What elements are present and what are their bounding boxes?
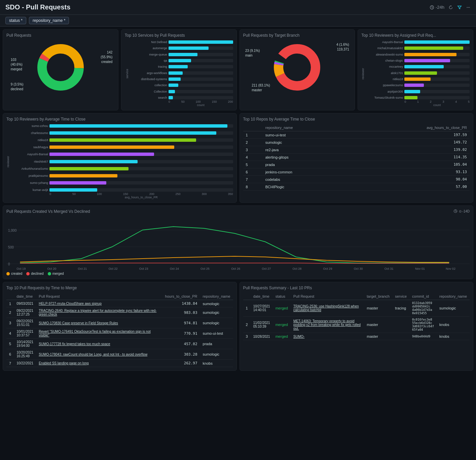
rev-bar-7: ppawelecsumo [366, 84, 470, 87]
time-filter[interactable]: -24h [430, 5, 444, 10]
pr-summary-panel: Pull Requests Summary - Last 10 PRs date… [240, 282, 474, 371]
col-avg: avg_hours_to_close_PR [349, 124, 470, 131]
rt-bar-0: sumo-zzhou [11, 124, 233, 128]
pr-repo: prada [200, 339, 233, 349]
svg-point-7 [47, 54, 74, 81]
table-row: 1 sumo-ui-test 197.59 [243, 131, 470, 139]
rev-bar-5: alok1701 [366, 71, 470, 75]
filter-status[interactable]: status * [5, 17, 26, 24]
table-row: 4 alerting-gitops 114.35 [243, 154, 470, 161]
sum-col-service: service [392, 293, 409, 300]
top10-services-chart: service Not Defined automerge merge-queu… [125, 40, 233, 107]
rev-bar-6: nitika18 [366, 77, 470, 81]
bar-row-0: Not Defined [130, 40, 233, 44]
donut-label-merged: 103(40.6%)merged [11, 58, 23, 72]
svg-text:Oct 22: Oct 22 [109, 267, 118, 270]
sum-pr[interactable]: SUMO- [291, 333, 364, 340]
table-row: 8 BCHIPlogic 57.00 [243, 183, 470, 191]
col-num [243, 124, 263, 131]
legend-declined: declined [26, 272, 43, 275]
pr-hours: 262.97 [162, 360, 200, 367]
line-chart-svg: 0 500 1,000 Oct 19 Oct 20 Oct 21 Oct 22 … [6, 217, 470, 270]
pull-requests-title: Pull Requests [6, 33, 115, 38]
pr-date: 09/22/2021 12:27:25 [14, 307, 36, 318]
branch-label-119: 4 (1.6%)119,371 [336, 42, 349, 52]
rt-bar-7: pratikjainsumo [11, 174, 233, 177]
sum-status: merged [273, 317, 291, 333]
rev-bar-0: Aayushi-Bansal [366, 40, 470, 44]
bar-row-7: collection [130, 84, 233, 87]
table-row: 1 09/03/2021 HELP-9727-nruta-CloudShare … [6, 300, 233, 307]
table-row: 6 jenkins-common 93.13 [243, 168, 470, 176]
svg-text:Oct 19: Oct 19 [16, 267, 26, 270]
pr-link[interactable]: Enabled SS landing page on long [36, 360, 162, 367]
reviewers-axis: 012345 [366, 100, 470, 103]
pr-link[interactable]: HELP-9727-nruta-CloudShare aws signup [36, 300, 162, 307]
top10-prs-merge-table: date_time Pull Request hours_to_close_PR… [6, 293, 233, 367]
refresh-icon[interactable] [448, 5, 453, 10]
svg-point-1 [467, 7, 467, 7]
sum-commit: 0c016fec3e8 55ecb6d328c 3d692f3cc64f 65f… [409, 317, 437, 333]
sum-service: tracing [392, 300, 409, 317]
sum-branch: master [364, 333, 392, 340]
rev-bar-3: chetan-slogic [366, 59, 470, 62]
reviewers-bars: Aayushi-Bansal michalJmatusiak92 alewand… [366, 40, 470, 107]
pr-link[interactable]: SUMO-178043: rawCount should be Long, an… [36, 349, 162, 360]
top10-prs-merge-panel: Top 10 Pull Requests by Time to Merge da… [3, 282, 237, 371]
row-num: 2 [6, 307, 14, 318]
filter-repo[interactable]: repository_name * [29, 17, 69, 24]
branch-label-master: 211 (83.1%)master [252, 83, 270, 93]
rev-bar-2: alewandowski-sumo [366, 53, 470, 56]
row2-grid: Top 10 Reviewers by Average Time to Clos… [0, 113, 476, 205]
rt-bar-3: saubhagya [11, 145, 233, 149]
repos-time-tbody: 1 sumo-ui-test 197.59 2 sumologic 149.72… [243, 131, 470, 191]
top10-services-panel: Top 10 Services by Pull Requests service… [121, 29, 237, 110]
legend-created-dot [6, 272, 10, 275]
pr-summary-scroll[interactable]: date_time status Pull Request target_bra… [243, 293, 470, 340]
svg-text:500: 500 [8, 245, 14, 249]
sum-repo: sumologic [437, 300, 470, 317]
sum-col-num [243, 293, 251, 300]
pr-link[interactable]: Revert "SUMO-176491 OktaSourceTest is fa… [36, 328, 162, 339]
sum-commit: 0132dab3959 dd9905042c 4a06b147d3a 0e915… [409, 300, 437, 317]
svg-text:Oct 26: Oct 26 [231, 267, 240, 270]
rev-bar-9: TomaszSkutnik-sumo [366, 96, 470, 99]
bar-row-5: argo-workflows [130, 71, 233, 75]
pr-hours: 303.28 [162, 349, 200, 360]
reviewers-time-chart: reviewer sumo-zzhou charlessumo nitika18… [6, 124, 233, 199]
more-icon[interactable] [466, 5, 471, 10]
line-chart-panel: Pull Requests Created Vs Merged Vs Decli… [3, 205, 473, 279]
pr-link[interactable]: SUMO-177728 fix legend takes too much sp… [36, 339, 162, 349]
filter-icon[interactable] [457, 5, 462, 10]
table-row: 4 10/01/2021 10:37:57 Revert "SUMO-17649… [6, 328, 233, 339]
row-num: 1 [243, 131, 263, 139]
pr-summary-table: date_time status Pull Request target_bra… [243, 293, 470, 340]
row-num: 4 [243, 154, 263, 161]
repo-name: jenkins-common [263, 168, 350, 176]
sum-branch: master [364, 300, 392, 317]
sum-status: merged [273, 300, 291, 317]
svg-text:Oct 21: Oct 21 [78, 267, 87, 270]
row-num: 2 [243, 139, 263, 146]
pr-link[interactable]: SUMO-170830 Case preserve in Field Stora… [36, 318, 162, 328]
legend-merged-dot [48, 272, 51, 275]
rt-bar-8: sumo-yzhang [11, 181, 233, 185]
pr-repo: sumologic [200, 349, 233, 360]
row-num: 7 [243, 176, 263, 183]
col-pr-merge: Pull Request [36, 293, 162, 300]
bar-row-4: tracing [130, 65, 233, 68]
sum-pr[interactable]: MET-14063: Temporary property to avoid p… [291, 317, 364, 333]
row-num: 3 [243, 146, 263, 154]
svg-text:Nov 01: Nov 01 [415, 267, 425, 270]
rev-time-y-label: reviewer [6, 124, 10, 199]
pr-date: 10/20/2021 16:25:49 [14, 349, 36, 360]
row4-grid: Top 10 Pull Requests by Time to Merge da… [0, 282, 476, 373]
pr-by-branch-title: Pull Requests by Target Branch [243, 33, 352, 38]
filter-bar: status * repository_name * [0, 15, 476, 27]
row-num: 3 [243, 333, 251, 340]
page-title: SDO - Pull Requests [5, 3, 70, 11]
pr-link[interactable]: TRACING-2640: Replace a tripwire alert f… [36, 307, 162, 318]
sum-pr[interactable]: TRACING-2536: use HashingSink128 when ca… [291, 300, 364, 317]
sum-service [392, 333, 409, 340]
header-controls: -24h [430, 5, 471, 10]
